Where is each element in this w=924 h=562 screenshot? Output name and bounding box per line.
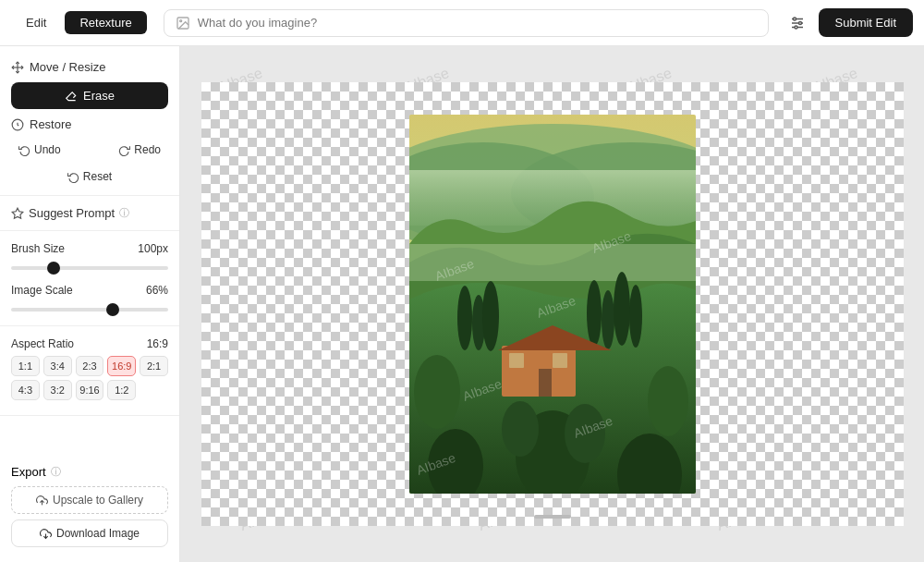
export-label: Export	[11, 465, 46, 479]
svg-point-33	[648, 366, 688, 436]
filter-icon	[789, 15, 806, 31]
download-button[interactable]: Download Image	[11, 519, 168, 547]
main-layout: Move / Resize Erase Restore Undo	[0, 46, 924, 562]
svg-point-25	[614, 272, 630, 346]
upscale-label: Upscale to Gallery	[53, 494, 143, 507]
svg-rect-30	[553, 353, 567, 368]
image-scale-section: Image Scale 66%	[0, 278, 179, 320]
submit-edit-button[interactable]: Submit Edit	[819, 8, 913, 37]
svg-marker-11	[12, 208, 23, 218]
reset-label: Reset	[83, 170, 112, 183]
svg-point-32	[414, 355, 460, 429]
aspect-3-2[interactable]: 3:2	[43, 380, 72, 400]
image-icon	[176, 16, 190, 31]
search-input[interactable]	[198, 16, 757, 30]
brush-size-section: Brush Size 100px	[0, 237, 179, 278]
undo-icon	[18, 144, 30, 156]
image-scale-slider[interactable]	[11, 308, 168, 312]
upscale-button[interactable]: Upscale to Gallery	[11, 486, 168, 514]
aspect-9-16[interactable]: 9:16	[76, 380, 104, 400]
aspect-ratio-label: Aspect Ratio	[11, 337, 74, 350]
aspect-1-2[interactable]: 1:2	[107, 380, 136, 400]
restore-icon	[11, 118, 24, 131]
canvas-image: AIbase AIbase AIbase AIbase AIbase AIbas…	[409, 115, 696, 494]
undo-redo-row: Undo Redo	[0, 136, 179, 164]
download-label: Download Image	[56, 527, 140, 540]
aspect-grid-row2: 4:3 3:2 9:16 1:2	[11, 380, 168, 400]
redo-label: Redo	[134, 143, 161, 156]
reset-icon	[67, 171, 79, 183]
svg-point-6	[798, 21, 801, 24]
image-scale-value: 66%	[146, 284, 168, 297]
divider-4	[0, 415, 179, 416]
move-icon	[11, 61, 24, 74]
suggest-prompt-row[interactable]: Suggest Prompt ⓘ	[0, 202, 179, 225]
svg-point-22	[482, 281, 499, 351]
aspect-2-3[interactable]: 2:3	[76, 356, 104, 376]
aspect-ratio-section: Aspect Ratio 16:9 1:1 3:4 2:3 16:9 2:1 4…	[0, 332, 179, 409]
brush-size-value: 100px	[138, 242, 168, 255]
sidebar: Move / Resize Erase Restore Undo	[0, 46, 180, 562]
aspect-3-4[interactable]: 3:4	[43, 356, 72, 376]
aspect-2-1[interactable]: 2:1	[140, 356, 168, 376]
brush-size-slider[interactable]	[11, 266, 168, 270]
canvas-area: AIbase AIbase AIbase AIbase AIbase AIbas…	[180, 46, 924, 562]
move-resize-label: Move / Resize	[30, 60, 105, 74]
image-scale-label: Image Scale	[11, 284, 73, 297]
svg-point-26	[629, 285, 642, 348]
redo-button[interactable]: Redo	[111, 140, 168, 160]
divider-3	[0, 325, 179, 326]
canvas-container: AIbase AIbase AIbase AIbase AIbase AIbas…	[201, 82, 904, 526]
brush-size-label: Brush Size	[11, 242, 65, 255]
redo-icon	[118, 144, 130, 156]
svg-point-20	[457, 286, 472, 350]
top-bar: Edit Retexture Submit Edit	[0, 0, 924, 46]
divider-2	[0, 230, 179, 231]
export-info-icon: ⓘ	[51, 465, 61, 479]
reset-button[interactable]: Reset	[11, 165, 168, 188]
aspect-1-1[interactable]: 1:1	[11, 356, 40, 376]
erase-tool[interactable]: Erase	[11, 82, 168, 109]
undo-label: Undo	[34, 143, 61, 156]
svg-point-24	[602, 290, 614, 349]
tab-edit[interactable]: Edit	[11, 11, 61, 34]
restore-tool[interactable]: Restore	[0, 113, 179, 136]
search-bar	[164, 9, 769, 37]
suggest-prompt-label: Suggest Prompt	[29, 206, 115, 220]
svg-point-5	[793, 18, 796, 20]
svg-point-37	[502, 401, 539, 457]
undo-button[interactable]: Undo	[11, 140, 68, 160]
aspect-16-9[interactable]: 16:9	[107, 356, 136, 376]
aspect-4-3[interactable]: 4:3	[11, 380, 40, 400]
svg-point-7	[795, 26, 797, 29]
move-resize-tool[interactable]: Move / Resize	[0, 55, 179, 79]
tab-retexture[interactable]: Retexture	[65, 11, 146, 34]
sparkle-icon	[11, 207, 24, 220]
svg-point-23	[587, 280, 602, 347]
aspect-ratio-value: 16:9	[147, 337, 168, 350]
tab-group: Edit Retexture	[11, 11, 147, 34]
info-icon: ⓘ	[119, 206, 129, 220]
svg-rect-31	[539, 369, 552, 397]
erase-icon	[65, 90, 78, 103]
svg-rect-29	[509, 353, 524, 368]
erase-label: Erase	[83, 89, 115, 103]
svg-point-1	[179, 19, 181, 21]
restore-label: Restore	[30, 117, 72, 131]
scroll-handle[interactable]	[534, 515, 571, 519]
filter-button[interactable]	[785, 11, 809, 35]
tuscany-svg: AIbase AIbase AIbase AIbase AIbase AIbas…	[409, 115, 696, 494]
upload-icon	[36, 495, 48, 507]
export-section: Export ⓘ Upscale to Gallery Download Ima…	[0, 459, 179, 553]
divider-1	[0, 195, 179, 196]
download-icon	[40, 528, 52, 540]
aspect-grid-row1: 1:1 3:4 2:3 16:9 2:1	[11, 356, 168, 376]
